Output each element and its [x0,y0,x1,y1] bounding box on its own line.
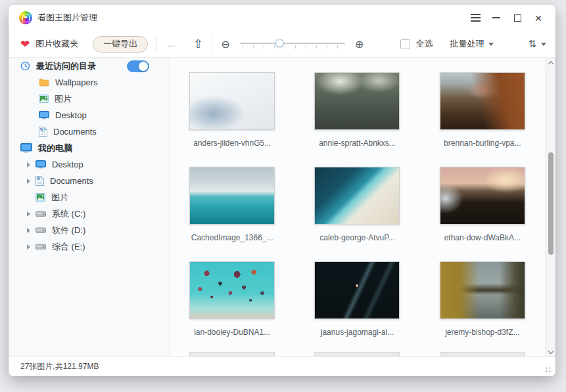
minimize-icon [492,17,500,18]
zoom-slider-track[interactable] [240,43,345,44]
sidebar-item-documents-recent[interactable]: W Documents [9,123,169,140]
expand-arrow-icon[interactable] [27,211,30,217]
sidebar-item-label: 软件 (D:) [52,225,85,236]
thumbnail-image[interactable] [314,72,400,130]
thumbnail-image[interactable] [314,261,400,319]
sidebar-item-label: 图片 [55,93,72,105]
thumbnail-image[interactable] [189,72,275,130]
up-level-icon[interactable]: ⇧ [193,37,203,51]
sidebar-item-label: Documents [53,127,97,137]
sort-icon: ⇅ [528,38,536,50]
expand-arrow-icon[interactable] [27,162,30,167]
maximize-button[interactable] [507,9,528,27]
sidebar-item-label: Desktop [52,160,83,169]
sidebar-item-drive-e[interactable]: 综合 (E:) [9,238,169,255]
gallery-item[interactable]: jeremy-bishop-d3fZ... [433,261,532,356]
expand-arrow-icon[interactable] [27,228,30,233]
chevron-down-icon [488,43,494,46]
zoom-in-icon[interactable]: ⊕ [355,38,364,51]
sidebar-computer-header[interactable]: 我的电脑 [9,140,169,156]
heart-icon[interactable]: ❤ [20,39,30,50]
scrollbar-thumb[interactable] [548,152,554,255]
gallery-item[interactable]: annie-spratt-Abnkxs... [307,72,407,167]
chevron-down-icon [541,43,546,46]
expand-arrow-icon[interactable] [27,179,30,184]
sort-button[interactable]: ⇅ [511,38,546,50]
picture-icon [39,95,49,103]
gallery-item[interactable]: caleb-george-AtvuP... [307,167,407,261]
thumbnail-image[interactable] [314,352,400,357]
toolbar-divider [156,37,157,51]
thumbnail-filename: ian-dooley-DuBNA1... [182,328,282,337]
favorites-label[interactable]: 图片收藏夹 [35,38,78,50]
batch-process-button[interactable]: 批量处理 [450,38,494,50]
thumbnail-filename: ethan-dow-dWaBkA... [433,233,532,242]
thumbnail-image[interactable] [440,72,525,130]
vertical-scrollbar[interactable] [545,58,555,357]
select-all-label[interactable]: 全选 [415,38,433,50]
gallery-item[interactable]: CachedImage_1366_... [182,167,282,261]
thumbnail-filename: brennan-burling-vpa... [433,139,532,148]
window-controls: × [465,9,549,27]
gallery-item[interactable]: anders-jilden-vhnG5... [182,72,282,167]
sidebar-item-drive-d[interactable]: 软件 (D:) [9,222,169,238]
select-all-checkbox[interactable] [400,39,410,49]
zoom-out-icon[interactable]: ⊖ [221,38,229,51]
drive-icon [35,210,46,217]
sidebar-item-wallpapers[interactable]: Wallpapers [9,74,169,91]
sidebar-item-label: Wallpapers [55,77,98,87]
gallery-item[interactable]: ian-dooley-DuBNA1... [182,261,282,356]
thumbnail-filename: CachedImage_1366_... [182,233,282,242]
chevron-down-icon [548,349,554,354]
sidebar-item-drive-c[interactable]: 系统 (C:) [9,206,169,222]
monitor-icon [39,111,49,120]
minimize-button[interactable] [486,9,507,27]
svg-text:W: W [40,127,43,131]
sidebar-item-desktop[interactable]: Desktop [9,156,169,173]
hamburger-icon [471,14,481,21]
sidebar-item-pictures[interactable]: 图片 [9,189,169,206]
sidebar-item-desktop-recent[interactable]: Desktop [9,107,169,123]
gallery-item[interactable]: ethan-dow-dWaBkA... [433,167,532,261]
scroll-down-button[interactable] [546,347,555,356]
sidebar-item-label: 图片 [51,192,68,204]
computer-icon [20,143,32,153]
maximize-icon [514,14,521,22]
thumbnail-image[interactable] [314,167,400,225]
thumbnail-filename: jeremy-bishop-d3fZ... [433,328,532,337]
back-icon[interactable]: ← [166,37,177,51]
toolbar-divider [212,37,212,51]
window-title: 看图王图片管理 [37,12,97,24]
recent-toggle-switch[interactable] [127,60,149,72]
scroll-up-button[interactable] [546,58,555,68]
drive-icon [35,243,46,250]
expand-arrow-icon[interactable] [27,244,30,250]
thumbnail-image[interactable] [440,261,525,319]
picture-icon [35,193,45,202]
folder-icon [39,78,49,87]
sidebar: 最近访问的目录 Wallpapers 图片 Desktop W Document… [9,58,170,357]
sidebar-computer-label: 我的电脑 [38,142,72,154]
gallery-item[interactable]: brennan-burling-vpa... [433,72,532,167]
thumbnail-image[interactable] [440,167,525,225]
export-button[interactable]: 一键导出 [93,36,148,53]
drive-icon [35,227,46,234]
title-bar: 看图王图片管理 × [9,5,555,31]
toolbar: ❤ 图片收藏夹 一键导出 ← ⇧ ⊖ ⊕ 全选 批量处理 ⇅ [9,31,555,58]
thumbnail-image[interactable] [440,352,525,357]
sidebar-item-pictures-recent[interactable]: 图片 [9,91,169,107]
sidebar-recent-header[interactable]: 最近访问的目录 [9,58,169,74]
menu-button[interactable] [465,9,486,27]
thumbnail-image[interactable] [189,261,275,319]
gallery-item[interactable]: jaanus-jagomagi-al... [307,261,407,356]
close-button[interactable]: × [528,9,549,27]
sidebar-item-label: 系统 (C:) [52,208,85,220]
thumbnail-image[interactable] [189,352,275,357]
sidebar-item-label: Documents [50,176,93,186]
partial-thumbnail-row [170,352,545,357]
sidebar-item-documents[interactable]: W Documents [9,173,169,189]
resize-grip-icon[interactable] [544,366,552,374]
thumbnail-image[interactable] [189,167,275,225]
thumbnail-filename: jaanus-jagomagi-al... [307,328,407,337]
zoom-slider[interactable] [240,36,345,52]
